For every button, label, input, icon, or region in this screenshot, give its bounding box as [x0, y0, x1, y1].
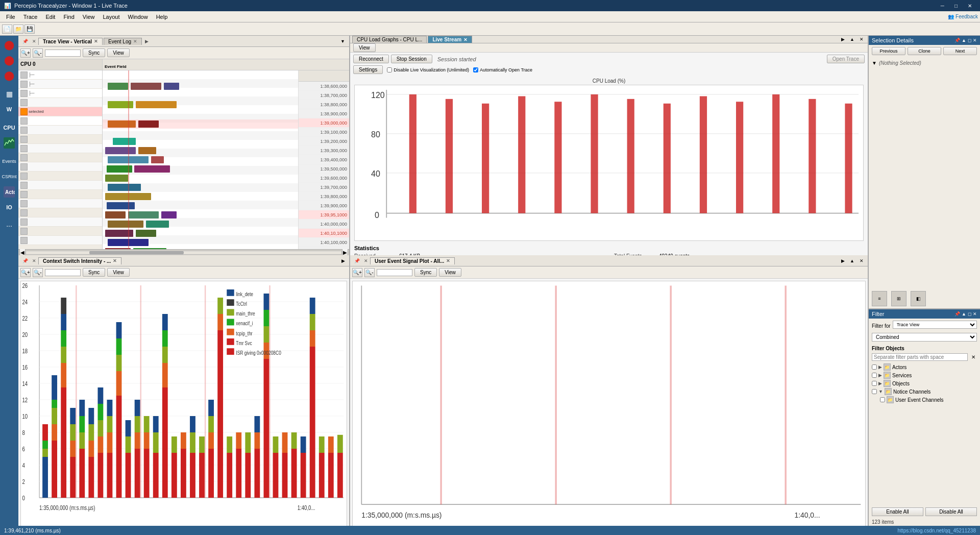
ctx-zoom-out[interactable]: 🔍- — [33, 268, 43, 277]
filter-expand[interactable]: ▲ — [962, 311, 966, 317]
stop-session-btn[interactable]: Stop Session — [391, 55, 432, 63]
ctx-zoom-input[interactable]: 10,000,000 — [45, 269, 81, 276]
zoom-level-input[interactable]: 2.000,000 — [45, 50, 81, 57]
menu-edit[interactable]: Edit — [41, 13, 59, 21]
disable-viz-checkbox[interactable] — [387, 67, 392, 72]
sidebar-grid[interactable]: ▦ — [2, 87, 17, 101]
cpu-panel-expand[interactable]: ▶ — [839, 37, 847, 42]
ctx-sync-btn[interactable]: Sync — [83, 268, 105, 277]
services-expand[interactable]: ▶ — [878, 373, 882, 378]
cpu-view-btn[interactable]: View — [353, 43, 376, 52]
ue-expand[interactable]: ▶ — [839, 258, 847, 263]
selection-pin[interactable]: 📌 — [954, 38, 960, 43]
close-button[interactable]: ✕ — [964, 2, 976, 10]
sidebar-record-1[interactable]: ⬤ — [2, 38, 17, 52]
selection-expand[interactable]: ▲ — [962, 38, 966, 43]
maximize-button[interactable]: □ — [950, 2, 962, 10]
sel-icon-2[interactable]: ⊞ — [891, 291, 906, 306]
filter-close[interactable]: ✕ — [973, 311, 977, 317]
menu-view[interactable]: View — [79, 13, 99, 21]
menu-file[interactable]: File — [2, 13, 19, 21]
cpu-panel-close[interactable]: ✕ — [857, 37, 866, 42]
objects-expand[interactable]: ▶ — [878, 381, 882, 386]
zoom-out-btn[interactable]: 🔍- — [33, 48, 43, 58]
menu-help[interactable]: Help — [152, 13, 172, 21]
actors-checkbox[interactable] — [872, 364, 877, 370]
event-log-tab-close[interactable]: ✕ — [133, 39, 137, 44]
sidebar-more[interactable]: ··· — [2, 218, 17, 233]
filter-pin[interactable]: 📌 — [954, 311, 960, 317]
row-checkbox[interactable] — [20, 218, 28, 226]
sel-icon-1[interactable]: ≡ — [872, 291, 887, 306]
notice-ch-expand[interactable]: ▼ — [878, 389, 883, 394]
selection-close[interactable]: ✕ — [973, 38, 977, 43]
row-checkbox[interactable] — [20, 237, 28, 244]
context-switch-tab[interactable]: Context Switch Intensity - ... ✕ — [38, 257, 121, 264]
disable-all-btn[interactable]: Disable All — [925, 507, 977, 516]
notice-ch-checkbox[interactable] — [872, 389, 877, 394]
row-checkbox[interactable] — [20, 90, 28, 97]
trace-view-vertical-tab[interactable]: Trace View - Vertical ✕ — [38, 38, 103, 45]
sidebar-record-2[interactable]: ⬤ — [2, 53, 17, 67]
sidebar-events[interactable]: Events — [2, 154, 17, 168]
services-checkbox[interactable] — [872, 373, 877, 378]
sidebar-cpu-img[interactable] — [2, 136, 17, 150]
disable-viz-label[interactable]: Disable Live Visualization (Unlimited) — [387, 67, 469, 72]
scroll-thumb[interactable] — [89, 251, 184, 254]
live-stream-tab[interactable]: Live Stream ✕ — [428, 36, 472, 43]
row-checkbox[interactable] — [20, 136, 28, 143]
sidebar-record-3[interactable]: ⬤ — [2, 68, 17, 83]
row-checkbox[interactable] — [20, 81, 28, 88]
row-checkbox[interactable] — [20, 145, 28, 152]
row-checkbox[interactable] — [20, 200, 28, 207]
ue-zoom-out[interactable]: 🔍- — [364, 268, 375, 277]
ue-tab-close[interactable]: ✕ — [446, 258, 450, 263]
row-checkbox[interactable] — [20, 191, 28, 198]
row-checkbox[interactable] — [20, 173, 28, 180]
trace-panel-expand[interactable]: ▶ — [143, 39, 151, 44]
reconnect-btn[interactable]: Reconnect — [353, 55, 389, 63]
row-checkbox[interactable] — [20, 163, 28, 171]
filter-for-select[interactable]: Trace View — [893, 321, 977, 329]
auto-open-label[interactable]: Automatically Open Trace — [473, 67, 532, 72]
ctx-panel-expand[interactable]: ▶ — [339, 258, 347, 263]
sidebar-cpu[interactable]: CPU — [2, 120, 17, 135]
scroll-track[interactable] — [26, 251, 342, 255]
user-event-tab[interactable]: User Event Signal Plot - All... ✕ — [370, 257, 455, 264]
title-bar-controls[interactable]: ─ □ ✕ — [937, 2, 976, 10]
feedback-link[interactable]: 👥 Feedback — [948, 14, 978, 19]
combined-select[interactable]: Combined — [872, 333, 977, 342]
open-trace-btn[interactable]: Open Trace — [827, 55, 865, 63]
event-log-tab[interactable]: Event Log ✕ — [104, 38, 142, 45]
actors-expand[interactable]: ▶ — [878, 364, 882, 370]
enable-all-btn[interactable]: Enable All — [872, 507, 923, 516]
objects-checkbox[interactable] — [872, 381, 877, 386]
menu-find[interactable]: Find — [59, 13, 78, 21]
ctx-zoom-in[interactable]: 🔍+ — [20, 268, 31, 277]
sidebar-w[interactable]: W — [2, 102, 17, 116]
row-checkbox[interactable] — [20, 228, 28, 235]
live-stream-tab-close[interactable]: ✕ — [463, 37, 468, 42]
toolbar-open[interactable]: 📁 — [13, 25, 23, 34]
toolbar-new[interactable]: 📄 — [2, 25, 12, 34]
filter-search-input[interactable] — [872, 353, 968, 361]
previous-btn[interactable]: Previous — [872, 47, 905, 55]
auto-open-checkbox[interactable] — [473, 67, 478, 72]
trace-view-scrollbar[interactable]: ◀ ▶ — [18, 249, 349, 255]
cpu-panel-resize[interactable]: ▲ — [848, 37, 856, 42]
ue-sync-btn[interactable]: Sync — [414, 268, 437, 277]
menu-window[interactable]: Window — [124, 13, 152, 21]
zoom-in-btn[interactable]: 🔍+ — [20, 48, 31, 58]
next-btn[interactable]: Next — [943, 47, 977, 55]
minimize-button[interactable]: ─ — [937, 2, 948, 10]
ctx-pin[interactable]: 📌 — [20, 258, 30, 263]
ctx-view-btn[interactable]: View — [107, 268, 130, 277]
row-checkbox[interactable] — [20, 71, 28, 79]
row-checkbox[interactable] — [20, 117, 28, 125]
ue-view-btn[interactable]: View — [439, 268, 461, 277]
ue-resize[interactable]: ▲ — [848, 258, 856, 263]
sel-icon-3[interactable]: ◧ — [911, 291, 926, 306]
clone-btn[interactable]: Clone — [908, 47, 941, 55]
row-checkbox[interactable] — [20, 99, 28, 106]
ue-zoom-input[interactable]: 10,000,000 — [377, 269, 412, 276]
